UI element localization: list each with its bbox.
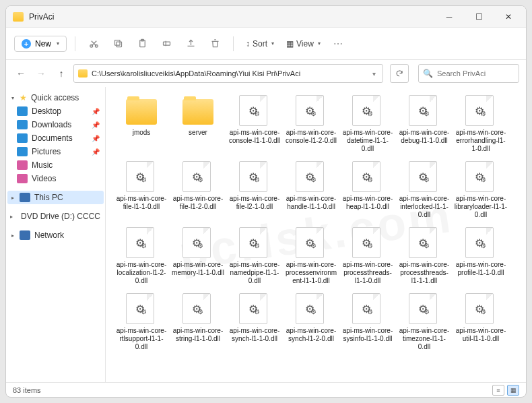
- videos-icon: [17, 174, 28, 183]
- file-item[interactable]: ⚙⚙api-ms-win-core-synch-l1-1-0.dll: [227, 290, 282, 354]
- file-name-label: api-ms-win-core-processthreads-l1-1-0.dl…: [341, 261, 395, 285]
- delete-button[interactable]: [205, 34, 225, 54]
- sidebar-item-music[interactable]: Music: [7, 158, 104, 172]
- sidebar-item-downloads[interactable]: Downloads📌: [7, 118, 104, 131]
- forward-button[interactable]: →: [33, 65, 49, 82]
- file-item[interactable]: ⚙⚙api-ms-win-core-string-l1-1-0.dll: [170, 290, 226, 354]
- file-name-label: api-ms-win-core-console-l1-2-0.dll: [284, 129, 338, 145]
- details-view-button[interactable]: ≡: [492, 385, 504, 396]
- pin-icon: 📌: [92, 135, 100, 142]
- title-bar[interactable]: PrivAci ─ ☐ ✕: [6, 6, 526, 28]
- view-button[interactable]: ▦ View ▾: [282, 36, 325, 51]
- file-item[interactable]: ⚙⚙api-ms-win-core-timezone-l1-1-0.dll: [397, 290, 452, 354]
- more-button[interactable]: ⋯: [329, 34, 349, 54]
- file-item[interactable]: ⚙⚙api-ms-win-core-debug-l1-1-0.dll: [397, 92, 452, 156]
- dll-file-icon: ⚙⚙: [296, 95, 324, 126]
- address-bar[interactable]: C:\Users\karolisliucveikis\AppData\Roami…: [73, 64, 383, 83]
- file-item[interactable]: ⚙⚙api-ms-win-core-rtlsupport-l1-1-0.dll: [114, 290, 169, 354]
- file-item[interactable]: ⚙⚙api-ms-win-core-errorhandling-l1-1-0.d…: [453, 92, 508, 156]
- downloads-icon: [17, 120, 28, 129]
- file-name-label: jmods: [133, 129, 151, 137]
- paste-button[interactable]: [132, 34, 152, 54]
- file-item[interactable]: ⚙⚙api-ms-win-core-console-l1-1-0.dll: [227, 92, 282, 156]
- search-input[interactable]: [437, 69, 514, 78]
- maximize-button[interactable]: ☐: [464, 6, 494, 28]
- file-name-label: api-ms-win-core-heap-l1-1-0.dll: [341, 195, 395, 211]
- navigation-pane[interactable]: ▾★Quick access Desktop📌 Downloads📌 Docum…: [6, 87, 106, 382]
- sidebar-item-network[interactable]: ▸Network: [7, 228, 104, 242]
- new-button[interactable]: + New ▾: [14, 36, 67, 52]
- pc-icon: [20, 193, 30, 202]
- explorer-window: PrivAci ─ ☐ ✕ + New ▾ ↕ Sort ▾ ▦ View ▾: [5, 5, 527, 398]
- file-name-label: api-ms-win-core-errorhandling-l1-1-0.dll: [454, 129, 508, 153]
- folder-item[interactable]: jmods: [114, 92, 169, 156]
- sidebar-item-quick-access[interactable]: ▾★Quick access: [7, 91, 104, 104]
- new-button-label: New: [35, 39, 51, 49]
- dll-file-icon: ⚙⚙: [409, 227, 437, 258]
- file-item[interactable]: ⚙⚙api-ms-win-core-handle-l1-1-0.dll: [284, 158, 339, 222]
- file-item[interactable]: ⚙⚙api-ms-win-core-sysinfo-l1-1-0.dll: [340, 290, 395, 354]
- file-item[interactable]: ⚙⚙api-ms-win-core-datetime-l1-1-0.dll: [340, 92, 395, 156]
- file-name-label: api-ms-win-core-namedpipe-l1-1-0.dll: [228, 261, 281, 285]
- sidebar-item-this-pc[interactable]: ▸This PC: [7, 191, 104, 204]
- file-item[interactable]: ⚙⚙api-ms-win-core-namedpipe-l1-1-0.dll: [227, 224, 282, 288]
- plus-icon: +: [22, 39, 31, 49]
- copy-button[interactable]: [108, 34, 128, 54]
- file-item[interactable]: ⚙⚙api-ms-win-core-file-l1-2-0.dll: [170, 158, 226, 222]
- minimize-button[interactable]: ─: [434, 6, 464, 28]
- file-name-label: api-ms-win-core-debug-l1-1-0.dll: [397, 129, 451, 145]
- file-name-label: api-ms-win-core-util-l1-1-0.dll: [454, 327, 508, 343]
- dll-file-icon: ⚙⚙: [239, 95, 267, 126]
- file-item[interactable]: ⚙⚙api-ms-win-core-file-l1-1-0.dll: [114, 158, 169, 222]
- sort-button[interactable]: ↕ Sort ▾: [242, 36, 278, 51]
- icons-view-button[interactable]: ▦: [507, 385, 519, 396]
- file-name-label: api-ms-win-core-console-l1-1-0.dll: [228, 129, 281, 145]
- file-item[interactable]: ⚙⚙api-ms-win-core-interlocked-l1-1-0.dll: [397, 158, 452, 222]
- music-icon: [17, 160, 28, 170]
- refresh-button[interactable]: [390, 64, 409, 83]
- file-item[interactable]: ⚙⚙api-ms-win-core-heap-l1-1-0.dll: [340, 158, 395, 222]
- file-item[interactable]: ⚙⚙api-ms-win-core-profile-l1-1-0.dll: [453, 224, 508, 288]
- file-item[interactable]: ⚙⚙api-ms-win-core-memory-l1-1-0.dll: [170, 224, 226, 288]
- network-icon: [20, 230, 30, 240]
- file-name-label: api-ms-win-core-synch-l1-1-0.dll: [228, 327, 281, 343]
- sidebar-item-desktop[interactable]: Desktop📌: [7, 104, 104, 118]
- file-list[interactable]: pcrisk.com jmodsserver⚙⚙api-ms-win-core-…: [106, 87, 526, 382]
- dll-file-icon: ⚙⚙: [465, 293, 494, 324]
- pin-icon: 📌: [92, 148, 100, 156]
- folder-item[interactable]: server: [170, 92, 226, 156]
- cut-button[interactable]: [84, 34, 104, 54]
- back-button[interactable]: ←: [13, 65, 29, 82]
- file-item[interactable]: ⚙⚙api-ms-win-core-file-l2-1-0.dll: [227, 158, 282, 222]
- chevron-down-icon: ▾: [57, 40, 59, 46]
- sidebar-item-videos[interactable]: Videos: [7, 172, 104, 185]
- sidebar-item-pictures[interactable]: Pictures📌: [7, 145, 104, 158]
- dll-file-icon: ⚙⚙: [409, 95, 437, 126]
- search-box[interactable]: 🔍: [418, 64, 519, 83]
- file-item[interactable]: ⚙⚙api-ms-win-core-util-l1-1-0.dll: [453, 290, 508, 354]
- sidebar-item-dvd[interactable]: ▸DVD Drive (D:) CCCC: [7, 210, 104, 223]
- chevron-down-icon: ▾: [318, 40, 321, 46]
- address-dropdown[interactable]: ▾: [370, 70, 378, 78]
- file-item[interactable]: ⚙⚙api-ms-win-core-console-l1-2-0.dll: [284, 92, 339, 156]
- dll-file-icon: ⚙⚙: [409, 161, 437, 192]
- rename-button[interactable]: [156, 34, 176, 54]
- file-item[interactable]: ⚙⚙api-ms-win-core-synch-l1-2-0.dll: [284, 290, 339, 354]
- dll-file-icon: ⚙⚙: [296, 161, 324, 192]
- file-item[interactable]: ⚙⚙api-ms-win-core-processthreads-l1-1-1.…: [397, 224, 452, 288]
- file-item[interactable]: ⚙⚙api-ms-win-core-processenvironment-l1-…: [284, 224, 339, 288]
- up-button[interactable]: ↑: [53, 65, 69, 82]
- share-button[interactable]: [180, 34, 201, 54]
- sort-icon: ↕: [246, 39, 250, 49]
- file-name-label: api-ms-win-core-libraryloader-l1-1-0.dll: [454, 195, 508, 219]
- navigation-row: ← → ↑ C:\Users\karolisliucveikis\AppData…: [6, 60, 526, 87]
- folder-icon: [13, 12, 24, 22]
- close-button[interactable]: ✕: [494, 6, 523, 28]
- dll-file-icon: ⚙⚙: [409, 293, 437, 324]
- file-name-label: api-ms-win-core-processthreads-l1-1-1.dl…: [397, 261, 451, 285]
- sidebar-item-documents[interactable]: Documents📌: [7, 131, 104, 145]
- file-name-label: api-ms-win-core-file-l1-1-0.dll: [114, 195, 168, 211]
- file-item[interactable]: ⚙⚙api-ms-win-core-localization-l1-2-0.dl…: [114, 224, 169, 288]
- file-item[interactable]: ⚙⚙api-ms-win-core-libraryloader-l1-1-0.d…: [453, 158, 508, 222]
- file-item[interactable]: ⚙⚙api-ms-win-core-processthreads-l1-1-0.…: [340, 224, 395, 288]
